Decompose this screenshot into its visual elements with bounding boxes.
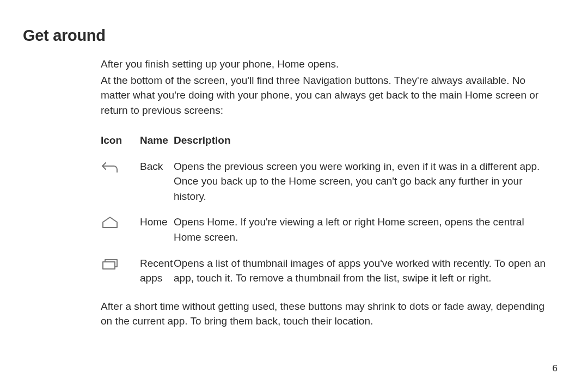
col-header-icon: Icon [101, 133, 140, 159]
row-desc: Opens a list of thumbnail images of apps… [174, 256, 552, 297]
row-name: Back [140, 159, 174, 215]
home-icon [101, 216, 140, 230]
row-name: Recent apps [140, 256, 174, 297]
row-desc: Opens Home. If you're viewing a left or … [174, 215, 552, 255]
table-row: Home Opens Home. If you're viewing a lef… [101, 215, 552, 255]
table-row: Recent apps Opens a list of thumbnail im… [101, 256, 552, 297]
recent-apps-icon [101, 257, 140, 271]
col-header-desc: Description [174, 133, 552, 159]
intro-paragraph: At the bottom of the screen, you'll find… [101, 73, 552, 118]
table-row: Back Opens the previous screen you were … [101, 159, 552, 215]
page-number: 6 [553, 362, 558, 376]
outro-paragraph: After a short time without getting used,… [101, 299, 552, 329]
col-header-name: Name [140, 133, 174, 159]
back-icon [101, 160, 140, 174]
page-title: Get around [23, 24, 558, 47]
row-desc: Opens the previous screen you were worki… [174, 159, 552, 215]
svg-rect-0 [103, 262, 115, 269]
navigation-buttons-table: Icon Name Description Back [101, 133, 552, 296]
lead-paragraph: After you finish setting up your phone, … [101, 57, 552, 72]
row-name: Home [140, 215, 174, 255]
